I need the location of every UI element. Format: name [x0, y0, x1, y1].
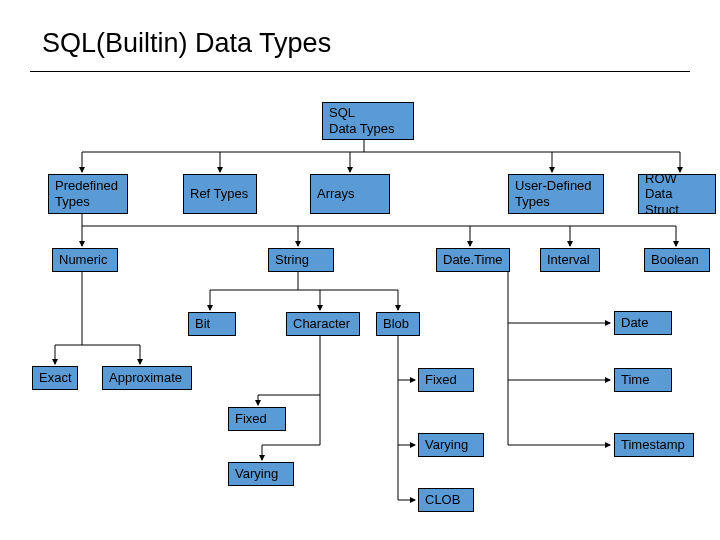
- node-fixed-char: Fixed: [228, 407, 286, 431]
- node-fixed-blob: Fixed: [418, 368, 474, 392]
- node-interval: Interval: [540, 248, 600, 272]
- page-title: SQL(Builtin) Data Types: [42, 28, 331, 59]
- title-divider: [30, 71, 690, 72]
- node-time: Time: [614, 368, 672, 392]
- node-clob: CLOB: [418, 488, 474, 512]
- node-varying-char: Varying: [228, 462, 294, 486]
- node-timestamp: Timestamp: [614, 433, 694, 457]
- node-varying-blob: Varying: [418, 433, 484, 457]
- node-approx: Approximate: [102, 366, 192, 390]
- node-boolean: Boolean: [644, 248, 710, 272]
- node-string: String: [268, 248, 334, 272]
- node-root: SQL Data Types: [322, 102, 414, 140]
- node-bit: Bit: [188, 312, 236, 336]
- node-datetime: Date.Time: [436, 248, 510, 272]
- node-userdef: User-Defined Types: [508, 174, 604, 214]
- node-date: Date: [614, 311, 672, 335]
- node-numeric: Numeric: [52, 248, 118, 272]
- node-row: ROW Data Struct: [638, 174, 716, 214]
- node-exact: Exact: [32, 366, 78, 390]
- node-blob: Blob: [376, 312, 420, 336]
- node-predefined: Predefined Types: [48, 174, 128, 214]
- node-character: Character: [286, 312, 360, 336]
- node-arrays: Arrays: [310, 174, 390, 214]
- node-ref: Ref Types: [183, 174, 257, 214]
